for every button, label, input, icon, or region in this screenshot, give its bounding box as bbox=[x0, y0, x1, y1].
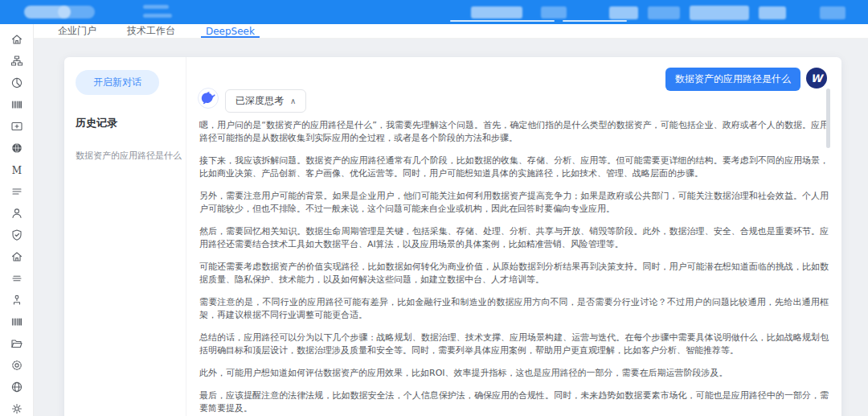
folder-icon[interactable] bbox=[10, 336, 24, 351]
deep-thought-toggle[interactable]: 已深度思考 ∧ bbox=[225, 89, 306, 113]
redacted-nav-item[interactable] bbox=[609, 6, 638, 19]
history-title: 历史记录 bbox=[76, 116, 174, 130]
nav-active-underline bbox=[450, 20, 555, 22]
history-pane: 开启新对话 历史记录 数据资产的应用路径是什么 bbox=[64, 57, 186, 416]
reasoning-paragraph: 可能还需要考虑数据资产的价值实现路径，比如数据如何转化为商业价值，从原始数据到分… bbox=[199, 261, 829, 286]
reasoning-paragraph: 此外，可能用户想知道如何评估数据资产的应用效果，比如ROI、效率提升指标，这也是… bbox=[199, 367, 829, 380]
nav-active-underline bbox=[563, 20, 627, 22]
top-app-bar bbox=[0, 0, 868, 24]
page-content: 开启新对话 历史记录 数据资产的应用路径是什么 数据资产的应用路径是什么 W bbox=[34, 39, 868, 416]
align-lines-icon[interactable] bbox=[10, 271, 24, 286]
tab-bar: 企业门户 技术工作台 DeepSeek bbox=[34, 24, 868, 39]
reasoning-paragraph: 需要注意的是，不同行业的应用路径可能有差异，比如金融行业和制造业的数据应用方向不… bbox=[199, 296, 829, 322]
reasoning-paragraph: 嗯，用户问的是“数据资产的应用路径是什么”，我需要先理解这个问题。首先，确定他们… bbox=[199, 119, 829, 145]
new-chat-button[interactable]: 开启新对话 bbox=[76, 70, 159, 95]
left-icon-rail: M bbox=[0, 24, 34, 416]
svg-text:M: M bbox=[11, 165, 21, 176]
user-avatar: W bbox=[806, 68, 827, 89]
globe-dark-icon[interactable] bbox=[10, 141, 24, 155]
pie-chart-icon[interactable] bbox=[10, 76, 24, 90]
app-logo-part bbox=[58, 6, 95, 19]
badge-icon[interactable] bbox=[10, 358, 24, 373]
tab-enterprise-portal[interactable]: 企业门户 bbox=[56, 24, 98, 38]
reasoning-paragraph: 另外，需要注意用户可能的背景。如果是企业用户，他们可能关注如何利用数据资产提高竞… bbox=[199, 190, 829, 216]
reasoning-paragraph: 最后，应该提醒注意的法律法规，比如数据安全法，个人信息保护法，确保应用的合规性。… bbox=[199, 389, 829, 415]
card-plus-icon[interactable] bbox=[10, 119, 24, 134]
deep-thought-label: 已深度思考 bbox=[235, 94, 284, 108]
reasoning-text: 嗯，用户问的是“数据资产的应用路径是什么”，我需要先理解这个问题。首先，确定他们… bbox=[198, 119, 830, 416]
reasoning-paragraph: 接下来，我应该拆解问题。数据资产的应用路径通常有几个阶段，比如数据的收集、存储、… bbox=[199, 154, 829, 180]
home-icon[interactable] bbox=[10, 32, 24, 47]
message-list: 数据资产的应用路径是什么 W 已深度思考 ∧ bbox=[198, 68, 830, 416]
barcode-icon[interactable] bbox=[10, 97, 24, 112]
chat-pane: 数据资产的应用路径是什么 W 已深度思考 ∧ bbox=[186, 57, 841, 416]
user-icon[interactable] bbox=[10, 206, 24, 220]
barcode-alt-icon[interactable] bbox=[10, 315, 24, 329]
tab-tech-workbench[interactable]: 技术工作台 bbox=[125, 24, 177, 38]
user-message-bubble: 数据资产的应用路径是什么 bbox=[665, 68, 800, 91]
redacted-nav-item[interactable] bbox=[759, 6, 786, 19]
redacted-nav-mark bbox=[143, 5, 169, 9]
sitemap-icon[interactable] bbox=[10, 54, 24, 68]
redacted-nav-item[interactable] bbox=[648, 6, 680, 19]
chevron-up-icon: ∧ bbox=[290, 97, 296, 105]
redacted-nav-item[interactable] bbox=[820, 6, 845, 19]
redacted-nav-item[interactable] bbox=[541, 6, 567, 19]
ai-message-row: 已深度思考 ∧ bbox=[198, 88, 830, 113]
home-alt-icon[interactable] bbox=[10, 249, 24, 264]
redacted-nav-mark bbox=[143, 14, 172, 18]
m-letter-icon[interactable]: M bbox=[10, 163, 24, 177]
gear-icon[interactable] bbox=[10, 402, 24, 416]
tab-deepseek[interactable]: DeepSeek bbox=[204, 24, 256, 38]
shield-icon[interactable] bbox=[10, 228, 24, 242]
deepseek-whale-icon bbox=[198, 88, 219, 109]
chat-card: 开启新对话 历史记录 数据资产的应用路径是什么 数据资产的应用路径是什么 W bbox=[64, 57, 841, 416]
reasoning-paragraph: 然后，需要回忆相关知识。数据生命周期管理是关键，包括采集、存储、处理、分析、共享… bbox=[199, 225, 829, 251]
history-item[interactable]: 数据资产的应用路径是什么 bbox=[76, 150, 174, 162]
globe-icon[interactable] bbox=[10, 380, 24, 394]
scrollbar-thumb[interactable] bbox=[826, 89, 830, 148]
reasoning-paragraph: 总结的话，应用路径可以分为以下几个步骤：战略规划、数据治理、技术支撑、应用场景构… bbox=[199, 332, 829, 357]
redacted-nav-item[interactable] bbox=[690, 6, 749, 20]
list-icon[interactable] bbox=[10, 184, 24, 199]
org-person-icon[interactable] bbox=[10, 293, 24, 307]
redacted-nav-item[interactable] bbox=[471, 6, 522, 19]
